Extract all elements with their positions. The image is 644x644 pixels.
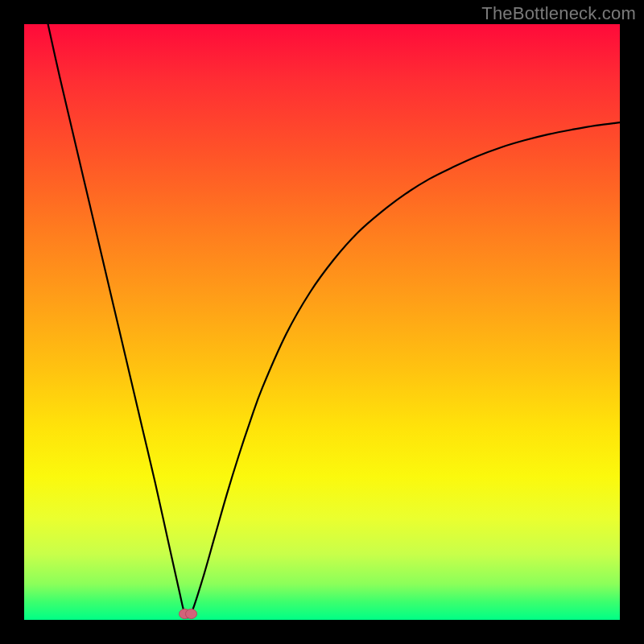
svg-point-1 xyxy=(186,609,197,619)
min-marker xyxy=(180,609,197,619)
chart-frame: TheBottleneck.com xyxy=(0,0,644,644)
plot-area xyxy=(24,24,620,620)
bottleneck-curve xyxy=(48,24,620,617)
chart-svg xyxy=(24,24,620,620)
watermark-text: TheBottleneck.com xyxy=(481,3,636,24)
